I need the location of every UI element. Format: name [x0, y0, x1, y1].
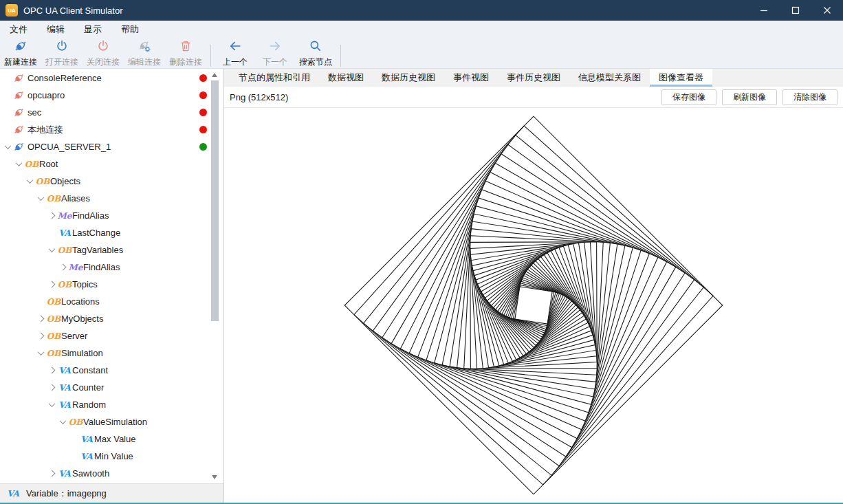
tree-node-tagvariables[interactable]: OBTagVariables [0, 241, 223, 259]
toolbar-button-power-off[interactable]: 关闭连接 [83, 39, 124, 68]
image-format-label: Png (512x512) [230, 92, 288, 102]
tree-node-aliases[interactable]: OBAliases [0, 190, 223, 207]
image-viewer-canvas [224, 108, 843, 503]
tree-node-counter[interactable]: VACounter [0, 379, 223, 396]
tab-3[interactable]: 数据历史视图 [373, 69, 444, 87]
toolbar-separator [340, 45, 341, 67]
chevron-right-icon [49, 367, 56, 374]
expand-toggle[interactable] [36, 316, 46, 321]
tree-node-label: ConsoleReference [28, 73, 102, 83]
trash-icon [179, 39, 193, 56]
tree-node-min-value[interactable]: VAMin Value [0, 448, 223, 465]
expand-toggle[interactable] [36, 351, 46, 355]
tree-node-label: Random [72, 399, 106, 410]
tree-scrollbar[interactable] [210, 70, 219, 482]
expand-toggle[interactable] [3, 144, 13, 149]
viewer-header: Png (512x512) 保存图像刷新图像清除图像 [224, 87, 843, 108]
expand-toggle[interactable] [58, 419, 68, 424]
tree-node-label: OPCUA_SERVER_1 [28, 142, 111, 152]
power-on-icon [55, 39, 69, 56]
expand-toggle[interactable] [47, 402, 57, 407]
toolbar-button-arrow-right[interactable]: 下一个 [255, 39, 295, 68]
tab-5[interactable]: 事件历史视图 [498, 69, 569, 87]
expand-toggle[interactable] [36, 196, 46, 201]
tree-node-findalias[interactable]: MeFindAlias [0, 207, 223, 224]
expand-toggle[interactable] [36, 333, 46, 338]
toolbar-button-connector-new[interactable]: 新建连接 [0, 39, 41, 68]
tree-node-sawtooth[interactable]: VASawtooth [0, 465, 223, 482]
menu-item-1[interactable]: 文件 [3, 21, 34, 38]
tab-1[interactable]: 节点的属性和引用 [230, 69, 319, 87]
tab-7[interactable]: 图像查看器 [650, 69, 712, 87]
scrollbar-thumb[interactable] [211, 80, 219, 321]
tree-node-objects[interactable]: OBObjects [0, 173, 223, 190]
expand-toggle[interactable] [25, 179, 35, 184]
tree-node-label: Root [39, 159, 58, 169]
toolbar-button-trash[interactable]: 删除连接 [165, 39, 206, 68]
scroll-down-icon[interactable] [212, 475, 217, 479]
tree-node-label: Topics [72, 279, 98, 289]
menu-item-2[interactable]: 编辑 [40, 21, 72, 38]
expand-toggle[interactable] [47, 368, 57, 373]
refresh-image-button[interactable]: 刷新图像 [722, 89, 777, 105]
tree-node-simulation[interactable]: OBSimulation [0, 344, 223, 362]
tree-node-random[interactable]: VARandom [0, 396, 223, 413]
node-tree: ConsoleReference opcuapro sec 本地连接 OPCUA… [0, 69, 223, 483]
tree-node-constant[interactable]: VAConstant [0, 362, 223, 379]
tree-node-label: Counter [72, 382, 104, 393]
expand-toggle[interactable] [47, 213, 57, 218]
connection-tree-panel: ConsoleReference opcuapro sec 本地连接 OPCUA… [0, 69, 224, 503]
menu-item-3[interactable]: 显示 [77, 21, 109, 38]
connector-icon [13, 107, 25, 118]
tree-node-lastchange[interactable]: VALastChange [0, 224, 223, 241]
tree-node--[interactable]: 本地连接 [0, 121, 223, 138]
tree-node-label: Locations [61, 296, 100, 307]
tree-node-opcuapro[interactable]: opcuapro [0, 87, 223, 104]
toolbar-button-connector-edit[interactable]: 编辑连接 [124, 39, 165, 68]
toolbar-button-search[interactable]: 搜索节点 [295, 39, 336, 68]
tree-node-max-value[interactable]: VAMax Value [0, 430, 223, 448]
expand-toggle[interactable] [14, 162, 24, 166]
minimize-button[interactable] [748, 0, 780, 21]
tab-6[interactable]: 信息模型关系图 [569, 69, 650, 87]
tab-2[interactable]: 数据视图 [319, 69, 373, 87]
scroll-up-icon[interactable] [212, 73, 217, 77]
status-bar: VA Variable：imagepng [0, 483, 223, 503]
menu-bar: 文件编辑显示帮助 [0, 21, 843, 39]
tree-node-topics[interactable]: OBTopics [0, 276, 223, 293]
save-image-button[interactable]: 保存图像 [661, 89, 716, 105]
expand-toggle[interactable] [47, 385, 57, 390]
tab-4[interactable]: 事件视图 [444, 69, 498, 87]
tree-node-opcua-server-1[interactable]: OPCUA_SERVER_1 [0, 138, 223, 155]
toolbar: 新建连接打开连接关闭连接 编辑连接删除连接上一个下一个搜索节点 [0, 39, 843, 69]
expand-toggle[interactable] [47, 282, 57, 287]
connector-icon [13, 141, 25, 153]
tree-node-root[interactable]: OBRoot [0, 155, 223, 173]
toolbar-button-arrow-left[interactable]: 上一个 [215, 39, 255, 68]
ob-node-icon: OB [24, 160, 39, 169]
tree-node-label: Max Value [94, 434, 135, 444]
expand-toggle[interactable] [47, 248, 57, 252]
clear-image-button[interactable]: 清除图像 [782, 89, 837, 105]
tree-node-valuesimulation[interactable]: OBValueSimulation [0, 413, 223, 430]
connection-status-red [199, 91, 207, 99]
va-node-icon: VA [57, 228, 72, 238]
ob-node-icon: OB [46, 194, 61, 204]
tree-node-consolereference[interactable]: ConsoleReference [0, 69, 223, 87]
toolbar-button-power-on[interactable]: 打开连接 [41, 39, 83, 68]
ob-node-icon: OB [46, 314, 61, 324]
menu-item-4[interactable]: 帮助 [114, 21, 146, 38]
tree-node-label: Min Value [94, 451, 133, 461]
tree-node-myobjects[interactable]: OBMyObjects [0, 310, 223, 327]
expand-toggle[interactable] [58, 265, 68, 270]
tree-node-locations[interactable]: OBLocations [0, 293, 223, 310]
close-button[interactable] [811, 0, 843, 21]
toolbar-button-label: 新建连接 [4, 56, 37, 68]
tree-node-sec[interactable]: sec [0, 104, 223, 121]
tree-node-label: Objects [50, 176, 80, 186]
tree-node-findalias[interactable]: MeFindAlias [0, 259, 223, 276]
expand-toggle[interactable] [47, 471, 57, 476]
maximize-button[interactable] [780, 0, 811, 21]
tree-node-server[interactable]: OBServer [0, 327, 223, 344]
connection-icon [13, 72, 25, 84]
